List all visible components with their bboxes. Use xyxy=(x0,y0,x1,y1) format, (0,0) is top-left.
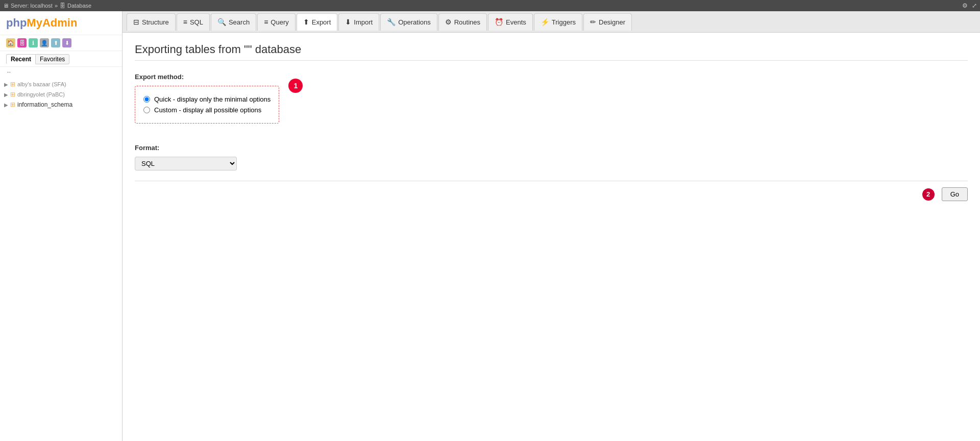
tab-events[interactable]: ⏰ Events xyxy=(488,13,533,31)
quick-radio[interactable] xyxy=(143,96,150,103)
tab-import[interactable]: ⬇ Import xyxy=(338,13,379,31)
custom-option[interactable]: Custom - display all possible options xyxy=(143,106,271,114)
operations-icon: 🔧 xyxy=(387,18,396,26)
export-method-label: Export method: xyxy=(135,73,968,81)
recent-tab[interactable]: Recent xyxy=(6,54,36,64)
home-icon[interactable]: 🏠 xyxy=(6,38,15,47)
favorites-tab[interactable]: Favorites xyxy=(36,54,69,64)
window-chrome: 🖥 Server: localhost » 🗄 Database ⚙ ⤢ xyxy=(0,0,980,11)
db-name-1: alby's bazaar (SFA) xyxy=(17,81,66,87)
db-icon-3: ⊞ xyxy=(10,101,15,108)
tab-search[interactable]: 🔍 Search xyxy=(211,13,256,31)
tab-designer[interactable]: ✏ Designer xyxy=(583,13,632,31)
breadcrumb-sep: » xyxy=(55,3,58,9)
format-label: Format: xyxy=(135,144,968,152)
status-icon[interactable]: ℹ xyxy=(29,38,38,47)
expand-icon: ↔ xyxy=(6,69,12,75)
tab-structure[interactable]: ⊟ Structure xyxy=(127,13,176,31)
expand-arrow-1: ▶ xyxy=(4,82,8,87)
search-icon: 🔍 xyxy=(217,18,226,26)
content-footer: 2 Go xyxy=(135,181,968,207)
tab-search-label: Search xyxy=(229,18,250,26)
triggers-icon: ⚡ xyxy=(541,18,549,26)
tab-events-label: Events xyxy=(506,18,526,26)
db-tree-item-1[interactable]: ▶ ⊞ alby's bazaar (SFA) xyxy=(0,79,122,89)
content-area: Exporting tables from "" database Export… xyxy=(122,33,980,441)
window-icon: 🖥 xyxy=(3,3,9,9)
tab-triggers-label: Triggers xyxy=(552,18,576,26)
tab-designer-label: Designer xyxy=(599,18,625,26)
page-title-suffix: " database xyxy=(248,43,301,56)
db-icon[interactable]: 🗄 xyxy=(17,38,27,47)
nav-tabs: ⊟ Structure ≡ SQL 🔍 Search ≡ Query ⬆ Exp… xyxy=(122,11,980,33)
badge-1: 1 xyxy=(288,79,303,93)
custom-label: Custom - display all possible options xyxy=(154,106,261,114)
structure-icon: ⊟ xyxy=(133,18,139,26)
sidebar-icons: 🏠 🗄 ℹ 👤 ⬆ ⬇ xyxy=(0,35,122,51)
breadcrumb-server: Server: localhost xyxy=(11,3,53,9)
db-tree: ▶ ⊞ alby's bazaar (SFA) ▶ ⊞ dbringyolet … xyxy=(0,77,122,441)
tab-export-label: Export xyxy=(312,18,331,26)
tab-operations[interactable]: 🔧 Operations xyxy=(380,13,437,31)
db-name-2: dbringyolet (PaBC) xyxy=(17,91,65,97)
tab-routines-label: Routines xyxy=(454,18,480,26)
export-method-box: Quick - display only the minimal options… xyxy=(135,86,279,124)
tab-import-label: Import xyxy=(354,18,373,26)
tab-routines[interactable]: ⚙ Routines xyxy=(438,13,487,31)
breadcrumb-db: Database xyxy=(67,3,91,9)
main-content: ⊟ Structure ≡ SQL 🔍 Search ≡ Query ⬆ Exp… xyxy=(122,11,980,441)
page-title-prefix: Exporting tables from " xyxy=(135,43,248,56)
settings-button[interactable]: ⚙ xyxy=(962,2,968,9)
tab-query[interactable]: ≡ Query xyxy=(257,13,296,31)
tab-sql[interactable]: ≡ SQL xyxy=(177,13,210,31)
format-select[interactable]: SQL CSV CSV for MS Excel JSON XML PDF xyxy=(135,157,237,170)
db-icon-2: ⊞ xyxy=(10,91,15,98)
expand-arrow-3: ▶ xyxy=(4,102,8,108)
export-icon[interactable]: ⬆ xyxy=(51,38,60,47)
db-icon: 🗄 xyxy=(60,3,65,9)
tab-triggers[interactable]: ⚡ Triggers xyxy=(534,13,582,31)
sidebar-expand: ↔ xyxy=(0,67,122,77)
tab-operations-label: Operations xyxy=(398,18,431,26)
logo-php: php xyxy=(6,16,27,29)
go-button[interactable]: Go xyxy=(942,187,968,201)
db-name-3: information_schema xyxy=(17,101,72,108)
sql-icon: ≡ xyxy=(183,18,187,26)
custom-radio[interactable] xyxy=(143,107,150,113)
quick-label: Quick - display only the minimal options xyxy=(154,95,271,103)
export-tab-icon: ⬆ xyxy=(303,18,309,26)
sidebar: phpMyAdmin 🏠 🗄 ℹ 👤 ⬆ ⬇ Recent Favorites … xyxy=(0,11,122,441)
page-title: Exporting tables from "" database xyxy=(135,43,968,61)
tab-export[interactable]: ⬆ Export xyxy=(297,13,338,31)
db-icon-1: ⊞ xyxy=(10,81,15,88)
quick-option[interactable]: Quick - display only the minimal options xyxy=(143,95,271,103)
routines-icon: ⚙ xyxy=(445,18,452,26)
import-tab-icon: ⬇ xyxy=(345,18,351,26)
tab-sql-label: SQL xyxy=(190,18,203,26)
user-icon[interactable]: 👤 xyxy=(40,38,49,47)
designer-icon: ✏ xyxy=(590,18,596,26)
tab-structure-label: Structure xyxy=(142,18,169,26)
query-icon: ≡ xyxy=(264,18,268,26)
db-tree-item-3[interactable]: ▶ ⊞ information_schema xyxy=(0,100,122,110)
recent-fav-tabs: Recent Favorites xyxy=(0,51,122,67)
logo-area: phpMyAdmin xyxy=(0,11,122,35)
tab-query-label: Query xyxy=(271,18,288,26)
events-icon: ⏰ xyxy=(495,18,503,26)
logo: phpMyAdmin xyxy=(6,16,116,30)
maximize-button[interactable]: ⤢ xyxy=(972,2,977,9)
badge-2: 2 xyxy=(922,188,935,201)
logo-myadmin: MyAdmin xyxy=(27,16,77,29)
expand-arrow-2: ▶ xyxy=(4,92,8,97)
import-icon[interactable]: ⬇ xyxy=(62,38,71,47)
db-tree-item-2[interactable]: ▶ ⊞ dbringyolet (PaBC) xyxy=(0,89,122,100)
breadcrumb: 🖥 Server: localhost » 🗄 Database xyxy=(3,3,91,9)
